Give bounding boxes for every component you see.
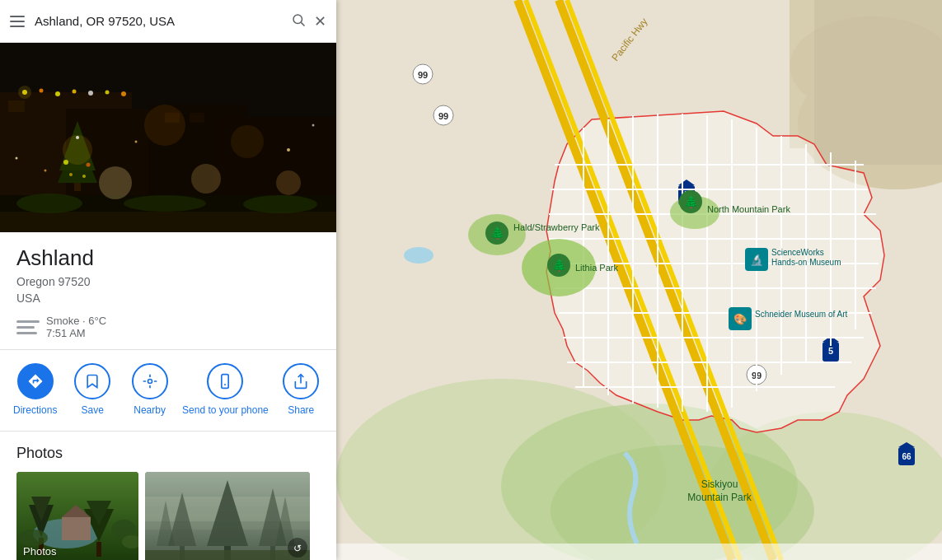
siskiyou-label2: Mountain Park [687,492,752,503]
photo-label-1: Photos [23,545,56,558]
svg-rect-8 [33,100,49,112]
svg-point-20 [121,91,126,96]
svg-point-31 [191,164,221,194]
search-input[interactable] [35,14,291,28]
svg-rect-137 [336,544,942,560]
svg-text:99: 99 [438,111,448,121]
svg-point-15 [40,89,44,93]
place-region: Oregon 97520 USA [16,274,320,306]
send-to-phone-icon [207,363,243,399]
left-panel: ✕ [0,0,336,560]
svg-rect-7 [8,100,25,112]
search-icon[interactable] [291,12,306,30]
nearby-icon [132,363,168,399]
svg-line-1 [301,22,304,26]
svg-text:99: 99 [418,70,428,80]
send-to-phone-button[interactable]: Send to your phone [182,363,269,418]
photos-section: Photos [0,432,336,560]
place-name: Ashland [16,245,320,271]
svg-point-27 [76,136,79,139]
svg-point-0 [293,15,302,24]
siskiyou-label: Siskiyou [701,478,738,490]
svg-text:🌲: 🌲 [684,195,699,209]
svg-point-33 [144,105,185,146]
svg-rect-74 [145,472,310,560]
svg-point-41 [124,195,206,212]
directions-label: Directions [13,404,57,418]
schneider-label: Schneider Museum of Art [755,310,847,319]
svg-point-37 [287,148,290,152]
menu-icon[interactable] [10,16,25,27]
svg-point-58 [18,530,48,546]
close-icon[interactable]: ✕ [314,12,326,30]
share-icon [283,363,319,399]
svg-point-26 [87,163,91,167]
svg-point-40 [16,194,82,213]
lithia-park-label: Lithia Park [575,263,618,273]
scienceworks-label: ScienceWorks [771,248,824,257]
north-mountain-park-label: North Mountain Park [707,204,790,214]
svg-point-28 [69,173,73,176]
svg-text:🌲: 🌲 [552,259,567,273]
svg-point-30 [99,166,132,199]
svg-point-17 [73,90,77,94]
photo-thumb-1[interactable]: Photos [16,472,138,560]
action-buttons: Directions Save Nearby [0,350,336,432]
place-info: Ashland Oregon 97520 USA Smoke · 6°C 7:5… [0,232,336,350]
send-to-phone-label: Send to your phone [182,404,269,418]
weather-icon [16,320,40,334]
map-svg: 99 99 99 5 5 66 [336,0,942,560]
svg-rect-83 [814,0,942,165]
svg-point-36 [135,141,138,143]
share-button[interactable]: Share [276,363,326,418]
photos-grid: Photos [16,472,320,560]
svg-rect-44 [222,375,228,389]
svg-point-16 [55,91,60,96]
svg-point-39 [45,170,47,172]
svg-rect-55 [96,542,101,557]
svg-point-38 [312,124,315,127]
photos-title: Photos [16,445,320,462]
hald-park-label: Hald/Strawberry Park [513,222,600,232]
svg-text:66: 66 [902,452,912,461]
svg-point-34 [231,125,264,158]
weather-info: Smoke · 6°C 7:51 AM [46,315,106,339]
svg-point-86 [404,247,434,264]
save-button[interactable]: Save [68,363,117,418]
svg-text:🔬: 🔬 [750,253,764,267]
svg-point-25 [63,160,68,165]
svg-rect-56 [62,517,91,540]
svg-point-42 [243,195,317,213]
nearby-label: Nearby [134,404,166,418]
svg-point-14 [18,86,31,99]
search-bar: ✕ [0,0,336,43]
svg-point-29 [82,175,86,178]
nearby-button[interactable]: Nearby [125,363,175,418]
photo-thumb-2[interactable]: ↺ [145,472,310,560]
svg-text:🌲: 🌲 [490,226,505,240]
map-area[interactable]: 99 99 99 5 5 66 [336,0,942,560]
directions-button[interactable]: Directions [11,363,60,418]
svg-rect-10 [190,113,204,123]
svg-point-43 [148,380,152,384]
share-label: Share [288,404,314,418]
directions-icon [17,363,54,399]
scienceworks-label2: Hands-on Museum [771,258,841,267]
svg-text:↺: ↺ [293,543,302,554]
svg-text:🎨: 🎨 [733,312,748,326]
save-icon [74,363,110,399]
svg-point-35 [16,157,18,160]
svg-point-19 [105,91,110,95]
svg-text:5: 5 [828,346,833,356]
save-label: Save [81,404,103,418]
search-input-container [35,14,291,28]
hero-image [0,43,336,232]
weather-row: Smoke · 6°C 7:51 AM [16,315,320,339]
svg-point-32 [276,170,301,195]
svg-point-18 [88,91,93,96]
